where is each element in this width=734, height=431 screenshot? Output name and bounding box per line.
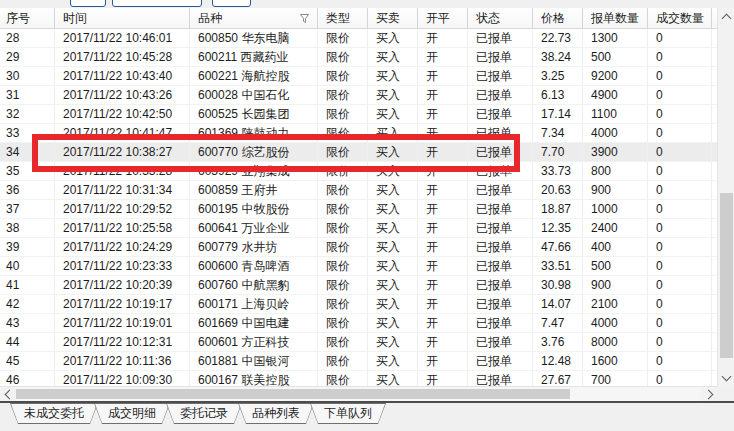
table-cell: 0 [648,143,712,161]
table-cell: 0 [648,29,712,47]
table-cell: 开 [418,48,468,66]
table-cell: 9200 [583,67,648,85]
table-cell: 2017/11/22 10:19:17 [55,295,190,313]
table-cell: 已报单 [468,333,533,351]
column-header-type[interactable]: 类型 [318,8,368,28]
table-row[interactable]: 372017/11/22 10:29:52600195 中牧股份限价买入开已报单… [0,200,717,219]
table-cell: 买入 [368,295,418,313]
column-header-seq[interactable]: 序号 [0,8,55,28]
table-cell: 0 [648,67,712,85]
table-cell: 2017/11/22 10:46:01 [55,29,190,47]
table-cell: 38.24 [533,48,583,66]
table-cell: 2017/11/22 10:25:58 [55,219,190,237]
table-cell: 600779 水井坊 [190,238,318,256]
table-cell: 29 [0,48,55,66]
column-header-side[interactable]: 买卖 [368,8,418,28]
scroll-up-button[interactable] [718,8,734,25]
table-cell: 限价 [318,181,368,199]
table-cell: 买入 [368,86,418,104]
table-cell: 500 [583,257,648,275]
filter-icon[interactable] [299,13,310,24]
toolbar-button-partial[interactable] [70,0,106,7]
table-cell: 18.87 [533,200,583,218]
table-row[interactable]: 442017/11/22 10:12:31600601 方正科技限价买入开已报单… [0,333,717,352]
tab-order-records[interactable]: 委托记录 [166,403,242,424]
table-cell: 开 [418,257,468,275]
column-header-symbol[interactable]: 品种 [190,8,318,28]
table-cell: 22.73 [533,29,583,47]
column-header-orderqty[interactable]: 报单数量 [583,8,648,28]
tab-trade-details[interactable]: 成交明细 [94,403,170,424]
table-cell: 买入 [368,200,418,218]
scroll-right-button[interactable] [701,387,717,401]
column-header-status[interactable]: 状态 [468,8,533,28]
table-row[interactable]: 392017/11/22 10:24:29600779 水井坊限价买入开已报单4… [0,238,717,257]
table-row[interactable]: 312017/11/22 10:43:26600028 中国石化限价买入开已报单… [0,86,717,105]
column-header-time[interactable]: 时间 [55,8,190,28]
chevron-down-icon [722,372,732,382]
horizontal-scroll-thumb[interactable] [16,389,570,399]
table-cell: 38 [0,219,55,237]
tab-unfilled-orders[interactable]: 未成交委托 [10,403,98,424]
table-cell: 2017/11/22 10:11:36 [55,352,190,370]
toolbar-button-partial[interactable] [112,0,202,7]
table-cell: 4000 [583,124,648,142]
table-row[interactable]: 382017/11/22 10:25:58600641 万业企业限价买入开已报单… [0,219,717,238]
table-cell: 限价 [318,105,368,123]
scroll-down-button[interactable] [718,369,734,386]
table-row[interactable]: 462017/11/22 10:09:30600167 联美控股限价买入开已报单… [0,371,717,386]
table-cell: 限价 [318,200,368,218]
table-cell: 已报单 [468,219,533,237]
column-header-price[interactable]: 价格 [533,8,583,28]
column-header-filledqty[interactable]: 成交数量 [648,8,712,28]
table-row[interactable]: 422017/11/22 10:19:17600171 上海贝岭限价买入开已报单… [0,295,717,314]
table-cell: 14.07 [533,295,583,313]
table-cell: 已报单 [468,48,533,66]
table-row[interactable]: 322017/11/22 10:42:50600525 长园集团限价买入开已报单… [0,105,717,124]
table-row[interactable]: 292017/11/22 10:45:28600211 西藏药业限价买入开已报单… [0,48,717,67]
horizontal-scrollbar[interactable] [0,386,717,401]
scroll-left-button[interactable] [0,387,16,401]
vertical-scrollbar[interactable] [717,8,734,386]
table-cell: 31 [0,86,55,104]
table-row[interactable]: 302017/11/22 10:43:40600221 海航控股限价买入开已报单… [0,67,717,86]
table-cell: 47.66 [533,238,583,256]
table-cell: 30 [0,67,55,85]
table-cell: 买入 [368,276,418,294]
table-cell: 4000 [583,314,648,332]
table-cell: 买入 [368,105,418,123]
toolbar-button-partial[interactable] [212,0,251,7]
table-cell: 0 [648,352,712,370]
table-cell: 0 [648,200,712,218]
vertical-scroll-thumb[interactable] [720,193,733,358]
table-row[interactable]: 362017/11/22 10:31:34600859 王府井限价买入开已报单2… [0,181,717,200]
table-cell: 0 [648,333,712,351]
table-cell: 限价 [318,86,368,104]
table-cell: 600028 中国石化 [190,86,318,104]
table-cell: 买入 [368,48,418,66]
table-cell: 已报单 [468,352,533,370]
table-cell: 2017/11/22 10:19:01 [55,314,190,332]
tab-symbol-list[interactable]: 品种列表 [238,403,314,424]
tab-order-queue[interactable]: 下单队列 [310,403,386,424]
table-cell: 28 [0,29,55,47]
table-row[interactable]: 452017/11/22 10:11:36601881 中国银河限价买入开已报单… [0,352,717,371]
tab-label: 未成交委托 [10,403,98,423]
table-cell: 1600 [583,352,648,370]
table-cell: 7.70 [533,143,583,161]
table-cell: 买入 [368,314,418,332]
table-cell: 2017/11/22 10:24:29 [55,238,190,256]
table-cell: 0 [648,124,712,142]
table-row[interactable]: 412017/11/22 10:20:39600760 中航黑豹限价买入开已报单… [0,276,717,295]
table-cell: 0 [648,219,712,237]
table-cell: 开 [418,333,468,351]
table-row[interactable]: 402017/11/22 10:23:33600600 青岛啤酒限价买入开已报单… [0,257,717,276]
table-cell: 900 [583,181,648,199]
table-cell: 41 [0,276,55,294]
table-row[interactable]: 432017/11/22 10:19:01601669 中国电建限价买入开已报单… [0,314,717,333]
column-header-openclose[interactable]: 开平 [418,8,468,28]
table-cell: 限价 [318,295,368,313]
table-row[interactable]: 282017/11/22 10:46:01600850 华东电脑限价买入开已报单… [0,29,717,48]
table-cell: 2400 [583,219,648,237]
tab-label: 成交明细 [94,403,170,423]
